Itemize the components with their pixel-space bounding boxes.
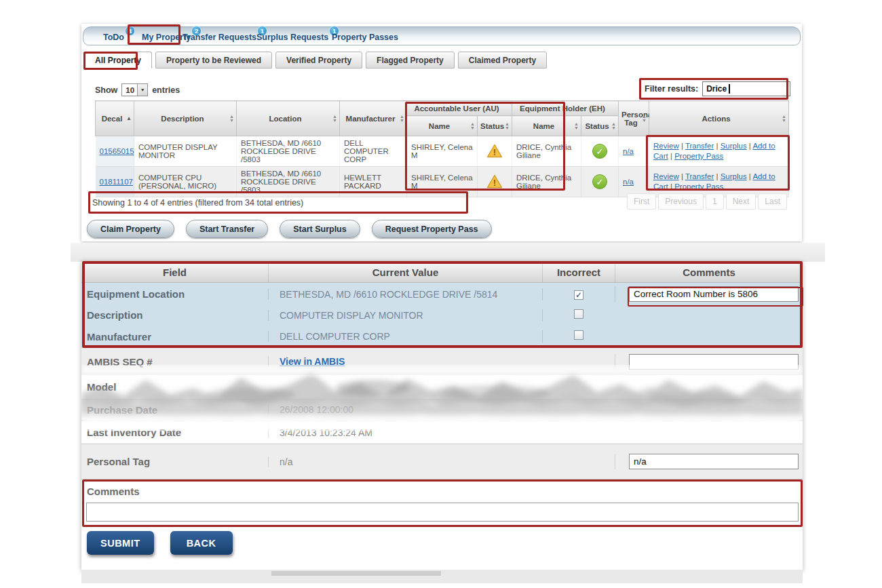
column-label: Actions xyxy=(702,115,730,123)
sort-icon xyxy=(332,115,337,123)
location-cell: BETHESDA, MD /6610 ROCKLEDGE DRIVE /5803 xyxy=(237,167,340,197)
field-label: Personal Tag xyxy=(81,456,268,467)
pagination-next[interactable]: Next xyxy=(726,193,756,210)
sort-icon xyxy=(782,115,786,123)
eh-name-cell: DRICE, Cynthia Giliane xyxy=(512,136,581,167)
action-link-review[interactable]: Review xyxy=(653,142,679,150)
column-label: Description xyxy=(161,115,204,123)
view-in-ambis-link[interactable]: View in AMBIS xyxy=(280,356,345,367)
form-header-comments: Comments xyxy=(615,262,803,282)
nav-item-surplus-requests[interactable]: Surplus Requests 1 xyxy=(256,33,328,42)
action-link-transfer[interactable]: Transfer xyxy=(685,172,714,180)
action-link-property-pass[interactable]: Property Pass xyxy=(674,182,723,191)
filter-control: Filter results: xyxy=(645,81,790,96)
action-link-review[interactable]: Review xyxy=(653,172,679,180)
au-status-cell: ! xyxy=(478,167,512,197)
nav-item-transfer-requests[interactable]: Transfer Requests 1 xyxy=(183,33,256,42)
eh-status-cell: ✓ xyxy=(581,136,619,167)
sort-icon xyxy=(229,115,234,123)
start-transfer-button[interactable]: Start Transfer xyxy=(186,220,268,238)
manufacturer-cell: HEWLETT PACKARD xyxy=(340,167,407,197)
field-label: Model xyxy=(81,381,268,393)
filter-label: Filter results: xyxy=(645,84,698,94)
field-value: DELL COMPUTER CORP xyxy=(268,331,542,342)
incorrect-checkbox[interactable]: ✓ xyxy=(574,290,583,300)
personal-tag-link[interactable]: n/a xyxy=(623,178,634,186)
au-name-cell: SHIRLEY, Celena M xyxy=(407,167,478,197)
property-list-panel: ToDo 4 My Property 2 Transfer Requests 1… xyxy=(81,24,802,241)
entries-summary: Showing 1 to 4 of 4 entries (filtered fr… xyxy=(92,198,303,208)
start-surplus-button[interactable]: Start Surplus xyxy=(280,220,360,238)
request-property-pass-button[interactable]: Request Property Pass xyxy=(372,220,492,238)
form-buttons: SUBMIT BACK xyxy=(87,531,803,555)
nav-item-todo[interactable]: ToDo 4 xyxy=(103,33,124,42)
decal-link[interactable]: 01565015 xyxy=(100,147,134,155)
comments-textarea[interactable] xyxy=(86,503,799,522)
form-row-equipment-location: Equipment Location BETHESDA, MD /6610 RO… xyxy=(81,283,803,305)
eh-status-cell: ✓ xyxy=(581,167,619,197)
pagination-page-1[interactable]: 1 xyxy=(706,193,724,210)
column-header-description[interactable]: Description xyxy=(134,101,237,136)
ambis-seq-comment-input[interactable] xyxy=(629,354,799,370)
form-header-current-value: Current Value xyxy=(268,262,542,282)
column-label: Name xyxy=(533,122,554,130)
action-link-transfer[interactable]: Transfer xyxy=(685,142,714,150)
back-button[interactable]: BACK xyxy=(170,531,233,555)
field-label: Equipment Location xyxy=(81,288,268,300)
property-review-form-panel: Field Current Value Incorrect Comments E… xyxy=(81,262,803,571)
incorrect-checkbox[interactable] xyxy=(574,309,583,319)
pagination-first[interactable]: First xyxy=(627,193,656,210)
submit-button[interactable]: SUBMIT xyxy=(87,531,154,555)
sort-icon xyxy=(574,122,579,130)
manufacturer-cell: DELL COMPUTER CORP xyxy=(340,136,407,167)
pagination-previous[interactable]: Previous xyxy=(658,193,704,210)
decal-link[interactable]: 01811107 xyxy=(100,178,133,186)
column-header-eh-status[interactable]: Status xyxy=(581,116,619,136)
column-label: Accountable User (AU) xyxy=(414,104,499,113)
equipment-location-comment-input[interactable] xyxy=(629,286,799,302)
sort-icon xyxy=(505,122,510,130)
action-link-surplus[interactable]: Surplus xyxy=(721,142,747,150)
dropdown-arrow-icon xyxy=(137,84,147,96)
form-row-manufacturer: Manufacturer DELL COMPUTER CORP xyxy=(81,325,803,348)
field-value: 3/4/2013 10:23:24 AM xyxy=(268,427,542,438)
column-header-decal[interactable]: Decal xyxy=(96,101,134,136)
svg-text:!: ! xyxy=(493,147,496,157)
incorrect-checkbox[interactable] xyxy=(574,330,583,340)
comments-label: Comments xyxy=(81,486,140,497)
warning-icon: ! xyxy=(486,144,503,159)
column-header-location[interactable]: Location xyxy=(237,101,340,136)
footer-band xyxy=(81,570,803,583)
nav-item-label: Surplus Requests xyxy=(256,33,328,42)
todo-count-badge: 4 xyxy=(125,26,135,36)
column-header-eh-name[interactable]: Name xyxy=(512,116,581,136)
column-header-personal-tag[interactable]: Personal Tag xyxy=(619,101,649,136)
column-header-au-name[interactable]: Name xyxy=(407,116,478,136)
tab-all-property[interactable]: All Property xyxy=(84,52,152,68)
tab-verified-property[interactable]: Verified Property xyxy=(275,52,362,68)
column-header-au-status[interactable]: Status xyxy=(478,116,512,136)
tab-property-to-be-reviewed[interactable]: Property to be Reviewed xyxy=(155,52,272,68)
nav-item-property-passes[interactable]: Property Passes xyxy=(332,33,398,42)
personal-tag-comment-input[interactable] xyxy=(629,454,799,469)
column-group-equipment-holder: Equipment Holder (EH) xyxy=(512,101,619,116)
personal-tag-link[interactable]: n/a xyxy=(623,147,634,155)
field-value: n/a xyxy=(268,456,542,467)
description-cell: COMPUTER DISPLAY MONITOR xyxy=(134,136,237,167)
column-header-actions[interactable]: Actions xyxy=(649,101,789,136)
claim-property-button[interactable]: Claim Property xyxy=(87,220,174,238)
field-label: Description xyxy=(81,309,268,321)
action-link-surplus[interactable]: Surplus xyxy=(721,172,747,180)
warning-icon: ! xyxy=(486,174,503,190)
tab-flagged-property[interactable]: Flagged Property xyxy=(366,52,455,68)
page-size-select[interactable]: 10 xyxy=(121,83,148,96)
field-value: COMPUTER DISPLAY MONITOR xyxy=(268,310,542,321)
column-header-manufacturer[interactable]: Manufacturer xyxy=(340,101,407,136)
form-header-incorrect: Incorrect xyxy=(542,262,615,282)
action-link-property-pass[interactable]: Property Pass xyxy=(674,152,723,160)
tab-claimed-property[interactable]: Claimed Property xyxy=(458,52,547,68)
pagination-last[interactable]: Last xyxy=(758,193,787,210)
table-row: 01811107 COMPUTER CPU (PERSONAL, MICRO) … xyxy=(96,167,789,197)
filter-results-input[interactable] xyxy=(702,81,790,96)
page: ToDo 4 My Property 2 Transfer Requests 1… xyxy=(0,0,882,588)
